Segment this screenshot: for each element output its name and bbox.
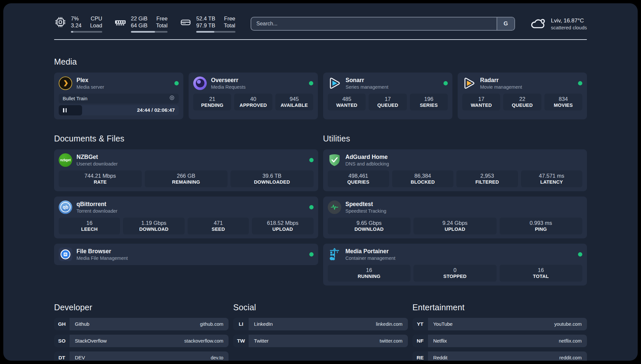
service-title: AdGuard Home [346, 154, 583, 161]
service-subtitle: Media server [76, 84, 170, 90]
stat-blocked: 86,384 BLOCKED [392, 170, 453, 187]
service-title: Radarr [480, 77, 574, 84]
disc-icon [169, 95, 175, 102]
weather-condition: scattered clouds [551, 25, 587, 30]
service-subtitle: Torrent downloader [76, 208, 305, 214]
sonarr-icon [328, 76, 341, 90]
now-playing-progress: 24:44 / 02:06:47 [59, 105, 179, 115]
stat-download: 9.65 Gbps DOWNLOAD [328, 218, 411, 234]
qbittorrent-icon: qb [59, 200, 72, 214]
service-card-adguard[interactable]: AdGuard Home DNS and adblocking 498,461 … [323, 149, 587, 191]
stat-latency: 47.571 ms LATENCY [521, 170, 582, 187]
search-provider-button[interactable]: G [497, 17, 514, 30]
stat-seed: 471 SEED [188, 218, 249, 234]
nzbget-icon: nzbget [59, 153, 72, 167]
cpu-stat: 7% 3.24 CPU Load [54, 15, 102, 33]
service-card-filebrowser[interactable]: File Browser Media File Management [54, 244, 318, 265]
cpu-progress-bar [71, 31, 102, 33]
overseerr-icon [193, 76, 207, 90]
portainer-icon [328, 248, 341, 261]
stat-ping: 0.993 ms PING [500, 218, 583, 234]
service-subtitle: Speedtest Tracking [346, 208, 583, 214]
stat-series: 196 SERIES [410, 94, 448, 110]
stat-wanted: 485 WANTED [328, 94, 366, 110]
service-title: Sonarr [346, 77, 439, 84]
status-dot [309, 205, 314, 209]
service-title: NZBGet [76, 154, 305, 161]
stat-upload: 618.52 Mbps UPLOAD [252, 218, 313, 234]
stat-queued: 17 QUEUED [369, 94, 407, 110]
disk-stat: 52.4 TB 97.9 TB Free Total [179, 15, 235, 33]
bookmark-github[interactable]: GH Github github.com [54, 318, 229, 330]
cpu-icon [54, 16, 67, 28]
search-bar: G [251, 17, 515, 31]
stat-pending: 21 PENDING [193, 94, 231, 110]
service-card-speedtest[interactable]: Speedtest Speedtest Tracking 9.65 Gbps D… [323, 197, 587, 238]
memory-free-value: 22 GiB [131, 15, 147, 22]
speedtest-icon [328, 200, 341, 214]
system-stats: 7% 3.24 CPU Load [54, 15, 235, 33]
disk-icon [179, 16, 192, 29]
service-card-overseerr[interactable]: Overseerr Media Requests 21 PENDING 40 A… [189, 73, 318, 119]
service-card-portainer[interactable]: Media Portainer Container management 16 … [323, 244, 587, 286]
service-title: Overseerr [211, 77, 305, 84]
stat-remaining: 266 GB REMAINING [145, 170, 228, 187]
memory-free-label: Free [156, 15, 168, 22]
status-dot [578, 81, 582, 85]
service-subtitle: Media File Management [76, 256, 305, 261]
stat-leech: 16 LEECH [59, 218, 120, 234]
section-utilities: Utilities [323, 134, 587, 286]
section-developer: Developer GH Github github.com SO StackO… [54, 303, 229, 361]
dashboard-page: 7% 3.24 CPU Load [3, 3, 638, 361]
bookmark-dev[interactable]: DT DEV dev.to [54, 351, 229, 361]
section-media: Media Plex Media server [54, 57, 587, 119]
service-card-nzbget[interactable]: nzbget NZBGet Usenet downloader 744.21 M… [54, 149, 318, 191]
memory-icon [114, 16, 127, 29]
service-card-radarr[interactable]: Radarr Movie management 17 WANTED 22 QUE… [458, 73, 587, 119]
section-title-media: Media [54, 57, 587, 67]
service-subtitle: Container management [346, 256, 574, 261]
section-documents-files: Documents & Files nzbget NZBGet Usenet d… [54, 134, 318, 286]
service-subtitle: Usenet downloader [76, 161, 305, 167]
stat-approved: 40 APPROVED [234, 94, 272, 110]
service-title: File Browser [76, 248, 305, 255]
bookmark-linkedin[interactable]: LI LinkedIn linkedin.com [233, 318, 408, 330]
service-subtitle: Media Requests [211, 84, 305, 90]
cloud-icon [530, 17, 546, 31]
pause-icon [63, 108, 67, 112]
status-dot [309, 158, 314, 162]
stat-download: 1.19 Gbps DOWNLOAD [123, 218, 184, 234]
bookmark-netflix[interactable]: NF Netflix netflix.com [412, 335, 587, 347]
status-dot [443, 81, 448, 85]
now-playing-title: Bullet Train [63, 96, 87, 101]
stat-available: 945 AVAILABLE [275, 94, 313, 110]
cpu-load-value: 3.24 [71, 22, 81, 29]
weather-location-temp: Lviv, 16.87°C [551, 17, 587, 24]
service-card-plex[interactable]: Plex Media server Bullet Train [54, 73, 183, 119]
stat-movies: 834 MOVIES [544, 94, 582, 110]
search-input[interactable] [251, 17, 497, 30]
stat-wanted: 17 WANTED [462, 94, 500, 110]
status-dot [309, 81, 313, 85]
disk-free-label: Free [224, 15, 235, 22]
memory-total-label: Total [156, 22, 168, 29]
top-bar: 7% 3.24 CPU Load [54, 15, 587, 33]
bookmark-stackoverflow[interactable]: SO StackOverflow stackoverflow.com [54, 335, 229, 347]
bookmark-reddit[interactable]: RE Reddit reddit.com [412, 351, 587, 361]
stat-upload: 9.24 Gbps UPLOAD [413, 218, 497, 234]
bookmark-twitter[interactable]: TW Twitter twitter.com [233, 335, 408, 347]
header-divider [54, 39, 587, 40]
stat-running: 16 RUNNING [328, 265, 411, 282]
section-title-developer: Developer [54, 303, 229, 312]
section-title-entertainment: Entertainment [412, 303, 587, 312]
service-title: qBittorrent [76, 201, 305, 208]
service-card-qbittorrent[interactable]: qb qBittorrent Torrent downloader 16 [54, 197, 318, 238]
radarr-icon [462, 76, 476, 90]
memory-progress-bar [131, 31, 168, 33]
section-social: Social LI LinkedIn linkedin.com TW Twitt… [233, 303, 408, 361]
bookmark-youtube[interactable]: YT YouTube youtube.com [412, 318, 587, 330]
plex-icon [59, 76, 72, 90]
filebrowser-icon [59, 248, 72, 261]
service-card-sonarr[interactable]: Sonarr Series management 485 WANTED 17 Q… [323, 73, 452, 119]
cpu-load-label: Load [90, 22, 102, 29]
